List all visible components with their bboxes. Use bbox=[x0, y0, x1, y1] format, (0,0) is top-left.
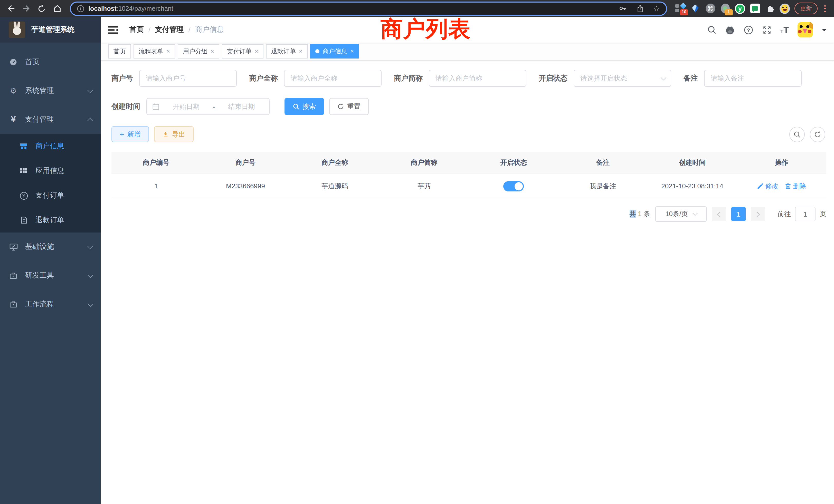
status-select[interactable]: 请选择开启状态 bbox=[574, 70, 671, 87]
browser-update-button[interactable]: 更新 bbox=[794, 3, 817, 14]
user-avatar[interactable] bbox=[797, 22, 813, 38]
svg-text:?: ? bbox=[747, 27, 750, 33]
column-header: 商户号 bbox=[201, 158, 290, 167]
chevron-down-icon bbox=[88, 272, 93, 278]
pagination-total: 共 1 条 bbox=[629, 209, 650, 219]
edit-link[interactable]: 修改 bbox=[757, 181, 778, 191]
browser-back-button[interactable] bbox=[4, 2, 18, 15]
extension-yuque-icon[interactable]: y bbox=[735, 3, 745, 14]
sidebar-fold-button[interactable] bbox=[108, 25, 118, 34]
help-icon[interactable]: ? bbox=[743, 25, 753, 35]
merchant-no-input[interactable] bbox=[139, 70, 237, 87]
prev-page-button[interactable] bbox=[712, 207, 726, 221]
sidebar-item-refund-order[interactable]: 退款订单 bbox=[0, 208, 101, 232]
extension-command-icon[interactable]: ⌘ bbox=[705, 3, 716, 14]
browser-profile-avatar[interactable] bbox=[780, 3, 790, 14]
breadcrumb-home[interactable]: 首页 bbox=[129, 25, 144, 35]
browser-forward-button[interactable] bbox=[20, 2, 33, 15]
add-button[interactable]: + 新增 bbox=[111, 126, 149, 142]
sidebar-item-dev-tools[interactable]: 研发工具 bbox=[0, 261, 101, 290]
close-icon[interactable]: × bbox=[255, 48, 258, 54]
current-page-button[interactable]: 1 bbox=[731, 207, 746, 221]
toggle-search-button[interactable] bbox=[789, 127, 805, 142]
header-search-icon[interactable] bbox=[707, 25, 716, 35]
chevron-down-icon bbox=[88, 243, 93, 249]
breadcrumb: 首页 / 支付管理 / 商户信息 bbox=[129, 25, 224, 35]
url-bar[interactable]: localhost:1024/pay/merchant ☆ bbox=[70, 1, 667, 16]
pagination: 共 1 条 10条/页 1 前往 页 bbox=[111, 206, 826, 222]
close-icon[interactable]: × bbox=[350, 48, 354, 54]
next-page-button[interactable] bbox=[751, 207, 765, 221]
sidebar-item-workflow[interactable]: 工作流程 bbox=[0, 290, 101, 319]
sidebar-item-home[interactable]: 首页 bbox=[0, 48, 101, 76]
browser-reload-button[interactable] bbox=[35, 2, 48, 15]
refresh-table-button[interactable] bbox=[810, 127, 825, 142]
sidebar-item-system[interactable]: ⚙ 系统管理 bbox=[0, 76, 101, 105]
extension-tester-icon[interactable]: 10 bbox=[675, 3, 686, 14]
chevron-down-icon bbox=[692, 211, 697, 216]
column-header: 操作 bbox=[737, 158, 826, 167]
remark-input[interactable] bbox=[704, 70, 802, 87]
page-info-icon[interactable] bbox=[77, 5, 84, 12]
forward-arrow-icon bbox=[22, 4, 30, 13]
fullscreen-icon[interactable] bbox=[762, 25, 772, 35]
close-icon[interactable]: × bbox=[167, 48, 170, 54]
sidebar-item-pay-order[interactable]: 支付订单 bbox=[0, 183, 101, 208]
password-key-icon[interactable] bbox=[619, 4, 627, 13]
plus-icon: + bbox=[120, 130, 124, 138]
status-toggle[interactable] bbox=[503, 181, 524, 191]
goto-page-input[interactable] bbox=[795, 207, 815, 221]
avatar-dropdown-caret[interactable] bbox=[822, 28, 827, 33]
page-size-select[interactable]: 10条/页 bbox=[655, 206, 707, 222]
sidebar-item-label: 首页 bbox=[25, 58, 92, 67]
extension-recorder-icon[interactable]: 1 bbox=[720, 3, 730, 14]
reset-button[interactable]: 重置 bbox=[329, 98, 369, 115]
tab-refund-order[interactable]: 退款订单 × bbox=[266, 44, 308, 59]
sidebar-item-payment[interactable]: ¥ 支付管理 bbox=[0, 105, 101, 134]
sidebar-item-infrastructure[interactable]: 基础设施 bbox=[0, 232, 101, 261]
tab-label: 退款订单 bbox=[271, 47, 296, 56]
chevron-up-icon bbox=[88, 118, 93, 124]
extension-kite-icon[interactable] bbox=[690, 3, 701, 14]
github-icon[interactable] bbox=[725, 25, 734, 35]
tab-pay-order[interactable]: 支付订单 × bbox=[222, 44, 263, 59]
sidebar-item-app-info[interactable]: 应用信息 bbox=[0, 159, 101, 183]
storefront-icon bbox=[19, 142, 28, 151]
extension-chat-icon[interactable] bbox=[750, 3, 760, 14]
tab-home[interactable]: 首页 bbox=[108, 44, 131, 59]
close-icon[interactable]: × bbox=[211, 48, 214, 54]
extensions-puzzle-icon[interactable] bbox=[765, 3, 775, 14]
tab-merchant-info[interactable]: 商户信息 × bbox=[310, 44, 359, 59]
status-label: 开启状态 bbox=[539, 74, 568, 83]
sidebar-item-label: 应用信息 bbox=[36, 166, 64, 176]
full-name-input[interactable] bbox=[284, 70, 381, 87]
create-time-range-picker[interactable]: 开始日期 - 结束日期 bbox=[146, 98, 270, 115]
sidebar-item-merchant-info[interactable]: 商户信息 bbox=[0, 134, 101, 159]
yen-circle-icon bbox=[19, 191, 28, 200]
chevron-right-icon bbox=[755, 211, 760, 216]
grid-table-icon bbox=[19, 167, 28, 175]
bookmark-star-icon[interactable]: ☆ bbox=[653, 5, 660, 12]
breadcrumb-payment[interactable]: 支付管理 bbox=[155, 25, 184, 35]
status-placeholder: 请选择开启状态 bbox=[580, 74, 661, 83]
font-size-icon[interactable]: TT bbox=[780, 25, 789, 34]
share-icon[interactable] bbox=[636, 4, 644, 13]
delete-link[interactable]: 删除 bbox=[785, 181, 806, 191]
search-button[interactable]: 搜索 bbox=[285, 98, 324, 115]
short-name-input[interactable] bbox=[429, 70, 526, 87]
full-name-label: 商户全称 bbox=[249, 74, 278, 83]
tab-user-group[interactable]: 用户分组 × bbox=[178, 44, 219, 59]
calendar-icon bbox=[152, 102, 160, 110]
browser-menu-icon[interactable] bbox=[822, 5, 828, 12]
browser-home-button[interactable] bbox=[50, 2, 64, 15]
end-date-placeholder[interactable]: 结束日期 bbox=[219, 102, 264, 111]
tab-process-form[interactable]: 流程表单 × bbox=[133, 44, 175, 59]
column-header: 备注 bbox=[558, 158, 648, 167]
export-button[interactable]: 导出 bbox=[154, 126, 194, 142]
sidebar-logo[interactable]: 芋道管理系统 bbox=[0, 17, 101, 43]
url-text[interactable]: localhost:1024/pay/merchant bbox=[88, 5, 614, 12]
start-date-placeholder[interactable]: 开始日期 bbox=[164, 102, 209, 111]
document-icon bbox=[19, 216, 28, 224]
close-icon[interactable]: × bbox=[299, 48, 303, 54]
extensions-area: 10 ⌘ 1 y 更新 bbox=[673, 3, 830, 14]
